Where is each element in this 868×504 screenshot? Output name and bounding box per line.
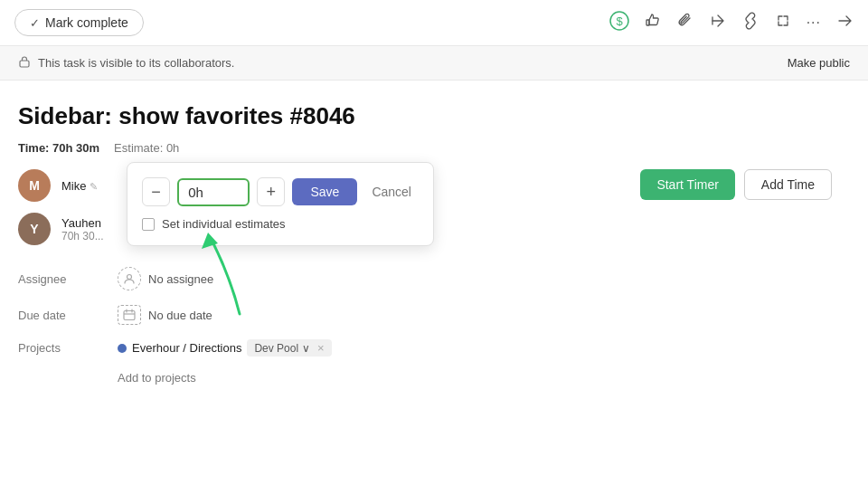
avatar-yauhen: Y xyxy=(18,213,51,245)
add-projects-link[interactable]: Add to projects xyxy=(118,371,196,385)
due-date-value[interactable]: No due date xyxy=(118,305,212,325)
expand-icon[interactable] xyxy=(774,12,792,34)
projects-label: Projects xyxy=(18,341,118,355)
set-individual-label: Set individual estimates xyxy=(162,217,286,231)
visibility-text: This task is visible to its collaborator… xyxy=(38,56,234,70)
time-value: Time: 70h 30m xyxy=(18,141,99,155)
start-timer-button[interactable]: Start Timer xyxy=(640,169,734,200)
add-projects-row: Add to projects xyxy=(18,371,850,385)
add-time-button[interactable]: Add Time xyxy=(744,169,832,200)
right-buttons: Start Timer Add Time xyxy=(640,169,832,200)
member-info-yauhen: Yauhen 70h 30... xyxy=(61,216,104,242)
assignee-row: Assignee No assignee xyxy=(18,267,850,290)
share-icon[interactable] xyxy=(709,12,727,34)
chevron-down-icon: ∨ xyxy=(302,342,310,355)
members-area: M Mike ✎ − + Save Cancel Set individual … xyxy=(18,169,850,245)
avatar-mike: M xyxy=(18,169,51,202)
time-row: Time: 70h 30m Estimate: 0h xyxy=(18,141,850,155)
visibility-banner: This task is visible to its collaborator… xyxy=(0,46,868,81)
visibility-message: This task is visible to its collaborator… xyxy=(18,55,234,71)
remove-tag-button[interactable]: × xyxy=(317,341,325,355)
due-date-row: Due date No due date xyxy=(18,305,850,325)
save-button[interactable]: Save xyxy=(292,178,357,205)
project-name: Everhour / Directions xyxy=(132,341,241,355)
svg-rect-3 xyxy=(20,61,29,67)
time-input-field[interactable] xyxy=(177,178,250,206)
task-title: Sidebar: show favorites #8046 xyxy=(18,102,850,130)
time-input-popup: − + Save Cancel Set individual estimates xyxy=(127,162,434,246)
dollar-icon[interactable]: $ xyxy=(609,11,629,35)
set-individual-row: Set individual estimates xyxy=(142,217,419,231)
due-date-label: Due date xyxy=(18,309,118,322)
mark-complete-label: Mark complete xyxy=(45,15,128,30)
assignee-value[interactable]: No assignee xyxy=(118,267,213,290)
estimate-value: Estimate: 0h xyxy=(114,141,179,155)
main-content: Sidebar: show favorites #8046 Time: 70h … xyxy=(0,81,868,417)
projects-value: Everhour / Directions Dev Pool ∨ × xyxy=(118,339,332,357)
decrement-button[interactable]: − xyxy=(142,177,170,206)
thumbsup-icon[interactable] xyxy=(644,12,662,34)
arrow-right-icon[interactable] xyxy=(835,12,854,34)
member-time-yauhen: 70h 30... xyxy=(61,230,104,242)
svg-point-5 xyxy=(127,275,132,280)
projects-row: Projects Everhour / Directions Dev Pool … xyxy=(18,339,850,357)
top-toolbar: ✓ Mark complete $ xyxy=(0,0,868,46)
dev-pool-tag[interactable]: Dev Pool ∨ × xyxy=(247,339,331,357)
time-input-row: − + Save Cancel xyxy=(142,177,419,206)
calendar-icon xyxy=(118,305,141,325)
toolbar-actions: $ xyxy=(609,11,854,35)
project-dot xyxy=(118,344,127,353)
paperclip-icon[interactable] xyxy=(676,12,694,34)
assignee-label: Assignee xyxy=(18,272,118,286)
cancel-button[interactable]: Cancel xyxy=(364,178,419,205)
svg-rect-6 xyxy=(124,311,135,320)
member-edit-icon: ✎ xyxy=(90,181,98,192)
member-name-mike: Mike xyxy=(61,179,86,193)
link-icon[interactable] xyxy=(741,12,760,34)
dev-pool-label: Dev Pool xyxy=(254,342,298,355)
assignee-icon xyxy=(118,267,141,290)
svg-rect-2 xyxy=(646,20,649,25)
increment-button[interactable]: + xyxy=(257,177,285,206)
more-icon[interactable]: ··· xyxy=(807,14,821,31)
properties-section: Assignee No assignee Due date xyxy=(18,267,850,385)
assignee-text: No assignee xyxy=(148,272,213,286)
lock-icon xyxy=(18,55,31,71)
svg-text:$: $ xyxy=(616,14,623,28)
check-icon: ✓ xyxy=(30,16,40,30)
set-individual-checkbox[interactable] xyxy=(142,218,155,231)
member-info-mike: Mike ✎ xyxy=(61,179,98,193)
mark-complete-button[interactable]: ✓ Mark complete xyxy=(14,9,144,36)
due-date-text: No due date xyxy=(148,309,212,322)
project-tag[interactable]: Everhour / Directions xyxy=(118,341,241,355)
member-name-yauhen: Yauhen xyxy=(61,216,101,230)
make-public-button[interactable]: Make public xyxy=(788,56,850,70)
